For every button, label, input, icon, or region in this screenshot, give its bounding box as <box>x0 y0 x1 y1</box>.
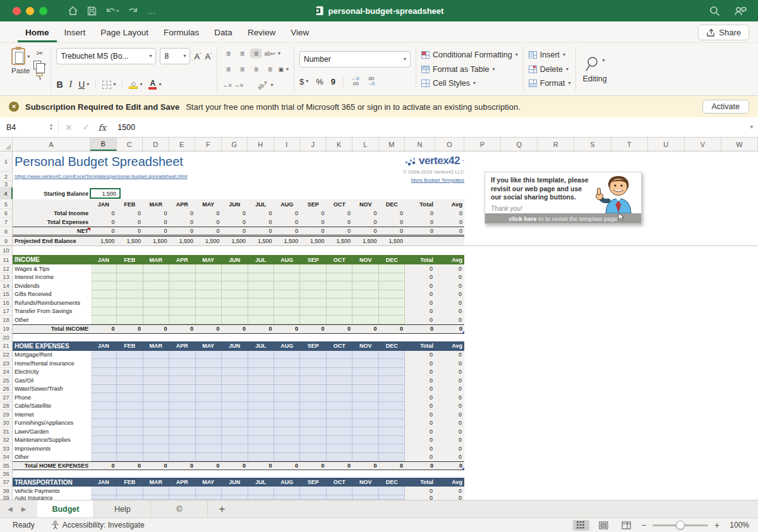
data-cell[interactable] <box>143 359 169 368</box>
more-commands-button[interactable]: … <box>147 6 157 16</box>
paste-button[interactable]: ▾ Paste <box>11 48 30 92</box>
item-avg[interactable]: 0 <box>435 436 464 445</box>
data-cell[interactable] <box>169 359 195 368</box>
cell-styles-button[interactable]: Cell Styles▾ <box>421 76 518 90</box>
item-total[interactable]: 0 <box>405 385 435 394</box>
item-avg[interactable]: 0 <box>435 290 464 299</box>
data-cell[interactable] <box>117 444 143 453</box>
projected-value[interactable]: 1,500 <box>274 237 301 245</box>
data-cell[interactable] <box>196 299 222 307</box>
section-total-value[interactable]: 0 <box>143 325 169 333</box>
row-header-24[interactable]: 24 <box>0 368 13 377</box>
projected-value[interactable]: 1,500 <box>90 237 117 245</box>
data-cell[interactable] <box>91 385 117 394</box>
summary-value[interactable]: 0 <box>143 218 169 227</box>
section-title[interactable]: TRANSPORTATION <box>13 478 90 487</box>
data-cell[interactable] <box>91 281 117 290</box>
data-cell[interactable] <box>352 290 378 299</box>
summary-value[interactable]: 0 <box>222 218 248 227</box>
summary-value[interactable]: 0 <box>327 218 353 227</box>
data-cell[interactable] <box>117 281 143 290</box>
data-cell[interactable] <box>169 487 195 495</box>
row-header-3[interactable]: 3 <box>0 181 13 187</box>
item-avg[interactable]: 0 <box>435 264 464 273</box>
data-cell[interactable] <box>222 453 248 462</box>
month-header[interactable]: SEP <box>300 199 327 209</box>
total-header[interactable]: Total <box>405 255 435 264</box>
data-cell[interactable] <box>352 281 378 290</box>
item-avg[interactable]: 0 <box>435 410 464 419</box>
data-cell[interactable] <box>117 273 143 282</box>
data-cell[interactable] <box>379 359 405 368</box>
data-cell[interactable] <box>327 351 352 360</box>
data-cell[interactable] <box>169 316 195 324</box>
data-cell[interactable] <box>300 359 326 368</box>
data-cell[interactable] <box>327 299 352 307</box>
data-cell[interactable] <box>222 273 248 282</box>
data-cell[interactable] <box>117 299 143 307</box>
data-cell[interactable] <box>300 299 326 307</box>
item-avg[interactable]: 0 <box>435 359 464 368</box>
row-header-10[interactable]: 10 <box>0 246 13 255</box>
summary-value[interactable]: 0 <box>143 227 169 235</box>
name-box-stepper[interactable]: ▲▼ <box>49 124 58 131</box>
activate-button[interactable]: Activate <box>702 100 749 114</box>
zoom-in-button[interactable]: + <box>714 520 719 530</box>
item-total[interactable]: 0 <box>405 495 435 500</box>
column-header-O[interactable]: O <box>435 138 464 151</box>
summary-value[interactable]: 0 <box>379 218 406 227</box>
item-avg[interactable]: 0 <box>435 393 464 402</box>
data-cell[interactable] <box>327 393 352 402</box>
data-cell[interactable] <box>379 419 405 428</box>
summary-value[interactable]: 0 <box>222 227 248 235</box>
data-cell[interactable] <box>327 402 352 411</box>
increase-decimal-button[interactable]: ←0.00 <box>351 76 359 86</box>
column-header-U[interactable]: U <box>648 138 685 151</box>
home-icon[interactable] <box>68 6 78 16</box>
row-header-15[interactable]: 15 <box>0 290 13 299</box>
data-cell[interactable] <box>274 316 300 324</box>
data-cell[interactable] <box>300 444 326 453</box>
data-cell[interactable] <box>327 495 352 500</box>
number-format-select[interactable]: Number▾ <box>299 51 411 68</box>
month-header[interactable]: AUG <box>274 199 301 209</box>
column-header-D[interactable]: D <box>143 138 169 151</box>
data-cell[interactable] <box>379 281 405 290</box>
row-header-19[interactable]: 19 <box>0 324 13 334</box>
merge-center-button[interactable]: ▣ <box>278 66 284 73</box>
section-total-value[interactable]: 0 <box>352 462 379 470</box>
data-cell[interactable] <box>169 453 195 462</box>
data-cell[interactable] <box>352 436 378 445</box>
data-cell[interactable] <box>143 410 169 419</box>
data-cell[interactable] <box>379 351 405 360</box>
data-cell[interactable] <box>352 376 378 385</box>
data-cell[interactable] <box>196 444 222 453</box>
row-header-26[interactable]: 26 <box>0 385 13 394</box>
month-header[interactable]: MAR <box>143 199 169 209</box>
add-sheet-button[interactable]: + <box>208 500 236 517</box>
projected-value[interactable]: 1,500 <box>195 237 222 245</box>
row-header-22[interactable]: 22 <box>0 351 13 360</box>
column-header-R[interactable]: R <box>538 138 574 151</box>
data-cell[interactable] <box>379 385 405 394</box>
row-header-31[interactable]: 31 <box>0 427 13 436</box>
data-cell[interactable] <box>379 307 405 316</box>
align-right-button[interactable]: ≡ <box>250 64 262 74</box>
data-cell[interactable] <box>300 419 326 428</box>
column-header-G[interactable]: G <box>222 138 248 151</box>
data-cell[interactable] <box>248 436 274 445</box>
item-label[interactable]: Wages & Tips <box>13 264 90 273</box>
data-cell[interactable] <box>91 316 117 324</box>
data-cell[interactable] <box>300 487 326 495</box>
decrease-indent-button[interactable]: ←≡ <box>222 82 231 88</box>
summary-value[interactable]: 0 <box>195 209 222 218</box>
data-cell[interactable] <box>196 316 222 324</box>
bold-button[interactable]: B <box>56 80 63 90</box>
data-cell[interactable] <box>169 376 195 385</box>
month-header[interactable]: DEC <box>379 255 406 264</box>
row-header-30[interactable]: 30 <box>0 419 13 428</box>
section-total-value[interactable]: 0 <box>222 462 248 470</box>
row-header-1[interactable]: 1 <box>0 151 13 172</box>
section-total-value[interactable]: 0 <box>248 325 274 333</box>
tab-view[interactable]: View <box>283 23 316 42</box>
